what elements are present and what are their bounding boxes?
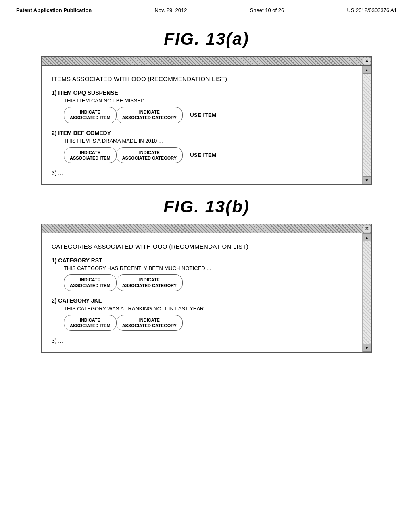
close-button-13b[interactable]: ✕ — [363, 226, 370, 232]
close-icon: ✕ — [365, 58, 369, 64]
list-item-1b-desc: THIS CATEGORY HAS RECENTLY BEEN MUCH NOT… — [64, 265, 354, 271]
patent-number: US 2012/0303376 A1 — [347, 7, 397, 13]
indicate-item-button-1a[interactable]: INDICATEASSOCIATED ITEM — [64, 107, 117, 123]
list-item-2b-desc: THIS CATEGORY WAS AT RANKING NO. 1 IN LA… — [64, 305, 354, 312]
use-item-button-2a[interactable]: USE ITEM — [190, 152, 216, 158]
scroll-up-icon: ▲ — [365, 68, 369, 72]
list-item-2b: 2) CATEGORY JKL THIS CATEGORY WAS AT RAN… — [52, 297, 354, 331]
scrollbar-13a: ▲ ▼ — [362, 66, 371, 184]
scrollbar-13b: ▲ ▼ — [362, 233, 371, 352]
scroll-down-icon-b: ▼ — [365, 346, 369, 350]
scroll-down-button-13a[interactable]: ▼ — [363, 176, 371, 184]
sheet-info: Sheet 10 of 26 — [250, 7, 284, 13]
dialog-content-13a: ITEMS ASSOCIATED WITH OOO (RECOMMENDATIO… — [42, 66, 362, 184]
list-item-2a-desc: THIS ITEM IS A DRAMA MADE IN 2010 ... — [64, 138, 354, 144]
indicate-category-button-2b[interactable]: INDICATEASSOCIATED CATEGORY — [117, 315, 183, 331]
scroll-down-icon: ▼ — [365, 178, 369, 183]
list-item-2a-buttons: INDICATEASSOCIATED ITEM INDICATEASSOCIAT… — [64, 147, 354, 164]
list-item-1b-title: 1) CATEGORY RST — [52, 257, 354, 264]
indicate-category-button-1b[interactable]: INDICATEASSOCIATED CATEGORY — [117, 274, 183, 291]
dialog-heading-13b: CATEGORIES ASSOCIATED WITH OOO (RECOMMEN… — [52, 243, 354, 250]
publication-date: Nov. 29, 2012 — [154, 7, 187, 13]
publication-label: Patent Application Publication — [16, 7, 92, 13]
indicate-category-button-1a[interactable]: INDICATEASSOCIATED CATEGORY — [117, 107, 183, 123]
figure-13a: FIG. 13(a) ✕ ITEMS ASSOCIATED WITH OOO (… — [0, 29, 413, 185]
scroll-up-icon-b: ▲ — [365, 235, 369, 240]
titlebar-13b: ✕ — [42, 224, 371, 233]
dialog-13a: ✕ ITEMS ASSOCIATED WITH OOO (RECOMMENDAT… — [41, 56, 372, 185]
scrollbar-track-13b[interactable] — [363, 241, 371, 344]
close-button-13a[interactable]: ✕ — [363, 58, 370, 64]
dialog-content-13b: CATEGORIES ASSOCIATED WITH OOO (RECOMMEN… — [42, 233, 362, 352]
dialog-heading-13a: ITEMS ASSOCIATED WITH OOO (RECOMMENDATIO… — [52, 75, 354, 82]
indicate-item-button-2b[interactable]: INDICATEASSOCIATED ITEM — [64, 315, 117, 331]
figure-13b-title: FIG. 13(b) — [0, 197, 413, 216]
figure-13b: FIG. 13(b) ✕ CATEGORIES ASSOCIATED WITH … — [0, 197, 413, 353]
scroll-down-button-13b[interactable]: ▼ — [363, 344, 371, 352]
list-item-1a-title: 1) ITEM OPQ SUSPENSE — [52, 89, 354, 96]
scroll-up-button-13b[interactable]: ▲ — [363, 233, 371, 241]
list-item-1b: 1) CATEGORY RST THIS CATEGORY HAS RECENT… — [52, 257, 354, 291]
dialog-inner-13a: ITEMS ASSOCIATED WITH OOO (RECOMMENDATIO… — [42, 66, 371, 184]
titlebar-13a: ✕ — [42, 57, 371, 66]
use-item-button-1a[interactable]: USE ITEM — [190, 112, 216, 118]
indicate-item-button-2a[interactable]: INDICATEASSOCIATED ITEM — [64, 147, 117, 164]
list-item-1b-buttons: INDICATEASSOCIATED ITEM INDICATEASSOCIAT… — [64, 274, 354, 291]
list-item-2a-title: 2) ITEM DEF COMEDY — [52, 130, 354, 136]
indicate-category-button-2a[interactable]: INDICATEASSOCIATED CATEGORY — [117, 147, 183, 164]
page-header: Patent Application Publication Nov. 29, … — [0, 0, 413, 17]
list-item-2b-title: 2) CATEGORY JKL — [52, 297, 354, 304]
dialog-inner-13b: CATEGORIES ASSOCIATED WITH OOO (RECOMMEN… — [42, 233, 371, 352]
ellipsis-13b: 3) ... — [52, 337, 354, 344]
ellipsis-13a: 3) ... — [52, 170, 354, 176]
figure-13a-title: FIG. 13(a) — [0, 29, 413, 49]
scrollbar-track-13a[interactable] — [363, 74, 371, 176]
scroll-up-button-13a[interactable]: ▲ — [363, 66, 371, 74]
indicate-item-button-1b[interactable]: INDICATEASSOCIATED ITEM — [64, 274, 117, 291]
list-item-2a: 2) ITEM DEF COMEDY THIS ITEM IS A DRAMA … — [52, 130, 354, 164]
list-item-1a-buttons: INDICATEASSOCIATED ITEM INDICATEASSOCIAT… — [64, 107, 354, 123]
close-icon-b: ✕ — [365, 226, 369, 231]
list-item-1a: 1) ITEM OPQ SUSPENSE THIS ITEM CAN NOT B… — [52, 89, 354, 123]
list-item-1a-desc: THIS ITEM CAN NOT BE MISSED ... — [64, 98, 354, 104]
list-item-2b-buttons: INDICATEASSOCIATED ITEM INDICATEASSOCIAT… — [64, 315, 354, 331]
dialog-13b: ✕ CATEGORIES ASSOCIATED WITH OOO (RECOMM… — [41, 224, 372, 353]
